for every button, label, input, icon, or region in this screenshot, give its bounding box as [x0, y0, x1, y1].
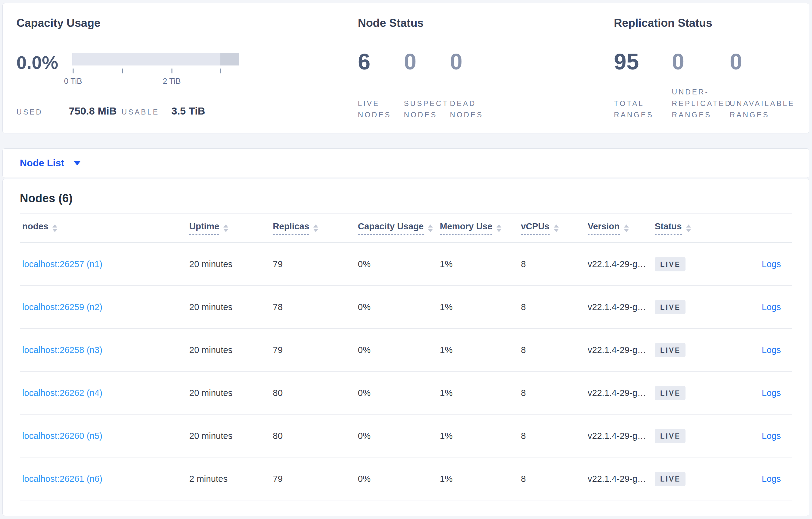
column-header-version: Version	[585, 221, 652, 235]
sort-icon[interactable]	[428, 224, 433, 232]
sort-icon[interactable]	[554, 224, 559, 232]
status-badge: LIVE	[655, 472, 686, 486]
unavailable-ranges-metric: 0 UNAVAILABLE RANGES	[730, 51, 806, 120]
replicas-cell: 80	[270, 388, 355, 398]
used-label: USED	[17, 108, 43, 116]
total-ranges-metric: 95 TOTAL RANGES	[614, 51, 672, 120]
table-row: localhost:26257 (n1) 20 minutes 79 0% 1%…	[20, 243, 792, 286]
replicas-cell: 79	[270, 259, 355, 269]
column-header-nodes: nodes	[20, 221, 187, 235]
table-row: localhost:26261 (n6) 2 minutes 79 0% 1% …	[20, 457, 792, 500]
vcpus-cell: 8	[519, 431, 585, 441]
nodes-heading: Nodes (6)	[20, 192, 792, 205]
version-cell: v22.1.4-29-g…	[585, 474, 652, 484]
vcpus-cell: 8	[519, 388, 585, 398]
node-link[interactable]: localhost:26258 (n3)	[22, 345, 103, 355]
sort-icon[interactable]	[624, 224, 629, 232]
capacity-cell: 0%	[355, 345, 437, 355]
vcpus-cell: 8	[519, 345, 585, 355]
live-nodes-count: 6	[358, 51, 404, 73]
nodes-table-card: Nodes (6) nodes Uptime Replicas Capacity…	[2, 179, 809, 516]
under-replicated-count: 0	[672, 51, 730, 73]
logs-link[interactable]: Logs	[762, 259, 781, 269]
unavailable-count: 0	[730, 51, 806, 73]
version-cell: v22.1.4-29-g…	[585, 388, 652, 398]
logs-link[interactable]: Logs	[762, 345, 781, 355]
node-link[interactable]: localhost:26261 (n6)	[22, 474, 103, 484]
sort-icon[interactable]	[52, 224, 57, 232]
capacity-bar-dark-segment	[221, 53, 239, 65]
memory-cell: 1%	[437, 431, 519, 441]
memory-cell: 1%	[437, 345, 519, 355]
logs-link[interactable]: Logs	[762, 431, 781, 441]
capacity-cell: 0%	[355, 431, 437, 441]
node-link[interactable]: localhost:26257 (n1)	[22, 259, 103, 269]
capacity-axis-ticks	[72, 68, 239, 74]
axis-tick-label: 0 TiB	[64, 77, 82, 86]
total-ranges-count: 95	[614, 51, 672, 73]
under-replicated-label: UNDER-REPLICATED RANGES	[672, 86, 730, 120]
logs-link[interactable]: Logs	[762, 388, 781, 398]
uptime-cell: 20 minutes	[187, 431, 270, 441]
capacity-usage-section: Capacity Usage 0.0% 0 TiB 2 TiB USED 750…	[17, 3, 248, 133]
memory-cell: 1%	[437, 302, 519, 312]
status-badge: LIVE	[655, 386, 686, 400]
suspect-nodes-metric: 0 SUSPECT NODES	[404, 51, 450, 120]
replicas-cell: 80	[270, 431, 355, 441]
axis-tick	[72, 68, 74, 73]
vcpus-cell: 8	[519, 259, 585, 269]
status-badge: LIVE	[655, 429, 686, 443]
capacity-bar	[72, 53, 239, 65]
axis-tick	[221, 68, 221, 73]
capacity-bar-chart: 0 TiB 2 TiB	[72, 53, 239, 86]
axis-tick	[122, 68, 123, 73]
version-cell: v22.1.4-29-g…	[585, 431, 652, 441]
uptime-cell: 20 minutes	[187, 259, 270, 269]
replication-status-section: Replication Status 95 TOTAL RANGES 0 UND…	[614, 3, 809, 133]
usable-label: USABLE	[122, 108, 160, 116]
table-row: localhost:26260 (n5) 20 minutes 80 0% 1%…	[20, 415, 792, 457]
replicas-cell: 79	[270, 474, 355, 484]
sort-icon[interactable]	[313, 224, 318, 232]
node-list-view-selector[interactable]: Node List	[3, 149, 93, 178]
capacity-stats: USED 750.8 MiB USABLE 3.5 TiB	[17, 105, 205, 117]
status-badge: LIVE	[655, 300, 686, 314]
replicas-cell: 78	[270, 302, 355, 312]
live-nodes-metric: 6 LIVE NODES	[358, 51, 404, 120]
nodes-table: nodes Uptime Replicas Capacity Usage Mem…	[20, 214, 792, 500]
capacity-cell: 0%	[355, 388, 437, 398]
capacity-percent-value: 0.0%	[17, 54, 58, 72]
capacity-axis-labels: 0 TiB 2 TiB	[72, 77, 239, 86]
suspect-nodes-count: 0	[404, 51, 450, 73]
node-link[interactable]: localhost:26262 (n4)	[22, 388, 103, 398]
unavailable-label: UNAVAILABLE RANGES	[730, 98, 806, 120]
node-link[interactable]: localhost:26259 (n2)	[22, 302, 103, 312]
table-row: localhost:26262 (n4) 20 minutes 80 0% 1%…	[20, 372, 792, 415]
live-nodes-label: LIVE NODES	[358, 98, 404, 120]
used-value: 750.8 MiB	[69, 105, 117, 117]
node-status-title: Node Status	[358, 17, 424, 30]
sort-icon[interactable]	[224, 224, 228, 232]
node-link[interactable]: localhost:26260 (n5)	[22, 431, 103, 441]
logs-link[interactable]: Logs	[762, 474, 781, 484]
sort-icon[interactable]	[686, 224, 691, 232]
usable-value: 3.5 TiB	[171, 105, 205, 117]
uptime-cell: 20 minutes	[187, 388, 270, 398]
replicas-cell: 79	[270, 345, 355, 355]
uptime-cell: 20 minutes	[187, 302, 270, 312]
column-header-capacity-usage: Capacity Usage	[355, 221, 437, 235]
sort-icon[interactable]	[496, 224, 501, 232]
status-badge: LIVE	[655, 257, 686, 271]
column-header-uptime: Uptime	[187, 221, 270, 235]
capacity-usage-title: Capacity Usage	[17, 17, 100, 30]
capacity-cell: 0%	[355, 474, 437, 484]
version-cell: v22.1.4-29-g…	[585, 259, 652, 269]
capacity-cell: 0%	[355, 302, 437, 312]
memory-cell: 1%	[437, 259, 519, 269]
chevron-down-icon	[74, 161, 81, 165]
column-header-status: Status	[652, 221, 713, 235]
total-ranges-label: TOTAL RANGES	[614, 98, 672, 120]
capacity-cell: 0%	[355, 259, 437, 269]
version-cell: v22.1.4-29-g…	[585, 302, 652, 312]
logs-link[interactable]: Logs	[762, 302, 781, 312]
